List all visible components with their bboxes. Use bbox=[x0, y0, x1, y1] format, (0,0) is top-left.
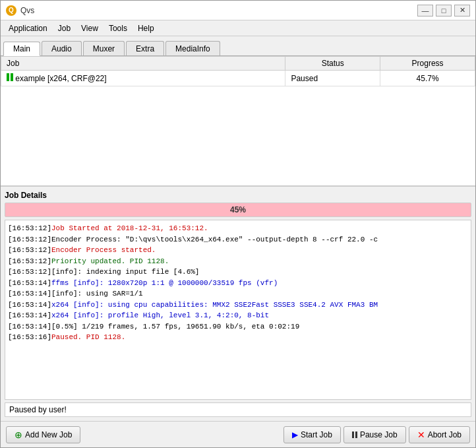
log-line: [16:53:12]Encoder Process started. bbox=[8, 245, 468, 256]
log-line: [16:53:12][info]: indexing input file [4… bbox=[8, 267, 468, 278]
add-new-job-label: Add New Job bbox=[25, 430, 72, 439]
log-line: [16:53:16]Paused. PID 1128. bbox=[8, 332, 468, 343]
add-new-job-button[interactable]: ⊕ Add New Job bbox=[6, 426, 80, 443]
tab-mediainfo[interactable]: MediaInfo bbox=[165, 41, 220, 55]
minimize-button[interactable]: — bbox=[417, 5, 433, 16]
abort-icon: ✕ bbox=[417, 430, 425, 440]
start-icon: ▶ bbox=[292, 430, 298, 439]
job-status: Paused bbox=[285, 71, 380, 86]
progress-bar-fill bbox=[5, 203, 215, 216]
log-line: [16:53:12]Job Started at 2018-12-31, 16:… bbox=[8, 223, 468, 234]
col-header-progress: Progress bbox=[380, 57, 475, 71]
log-timestamp: [16:53:12] bbox=[8, 257, 51, 265]
window-title: Qvs bbox=[20, 6, 417, 15]
pause-icon bbox=[7, 73, 13, 81]
log-timestamp: [16:53:16] bbox=[8, 333, 51, 341]
log-text: ffms [info]: 1280x720p 1:1 @ 1000000/335… bbox=[51, 279, 278, 287]
empty-area bbox=[1, 86, 475, 185]
tab-main[interactable]: Main bbox=[3, 42, 40, 56]
log-timestamp: [16:53:12] bbox=[8, 268, 51, 276]
log-timestamp: [16:53:12] bbox=[8, 236, 51, 243]
log-text: Encoder Process: "D:\qvs\tools\x264_x64.… bbox=[51, 236, 378, 243]
pause-job-label: Pause Job bbox=[360, 430, 398, 439]
log-line: [16:53:14][0.5%] 1/219 frames, 1.57 fps,… bbox=[8, 321, 468, 333]
log-text: x264 [info]: using cpu capabilities: MMX… bbox=[51, 301, 378, 309]
log-timestamp: [16:53:14] bbox=[8, 279, 51, 287]
main-window: Q Qvs — □ ✕ Application Job View Tools H… bbox=[0, 0, 476, 448]
job-progress: 45.7% bbox=[380, 71, 475, 86]
log-timestamp: [16:53:14] bbox=[8, 311, 51, 319]
col-header-status: Status bbox=[285, 57, 380, 71]
tab-extra[interactable]: Extra bbox=[126, 41, 164, 55]
log-text: [info]: using SAR=1/1 bbox=[51, 290, 143, 298]
tab-audio[interactable]: Audio bbox=[42, 41, 82, 55]
job-name: example [x264, CRF@22] bbox=[15, 74, 106, 83]
log-line: [16:53:12]Encoder Process: "D:\qvs\tools… bbox=[8, 234, 468, 245]
menu-job[interactable]: Job bbox=[53, 22, 76, 34]
title-bar: Q Qvs — □ ✕ bbox=[1, 1, 475, 20]
log-line: [16:53:12]Priority updated. PID 1128. bbox=[8, 256, 468, 267]
log-text: x264 [info]: profile High, level 3.1, 4:… bbox=[51, 311, 269, 319]
abort-job-label: Abort Job bbox=[428, 430, 461, 439]
table-row[interactable]: example [x264, CRF@22] Paused 45.7% bbox=[1, 71, 475, 86]
pause-btn-icon bbox=[352, 432, 357, 438]
progress-bar-text: 45% bbox=[230, 205, 246, 214]
app-icon: Q bbox=[6, 5, 16, 16]
tabs-bar: Main Audio Muxer Extra MediaInfo bbox=[1, 36, 475, 56]
progress-bar-container: 45% bbox=[5, 203, 471, 217]
status-bar: Paused by user! bbox=[5, 402, 471, 417]
pause-bar-1 bbox=[7, 73, 9, 81]
menu-help[interactable]: Help bbox=[133, 22, 160, 34]
log-text: Paused. PID 1128. bbox=[51, 333, 125, 341]
log-line: [16:53:14][info]: using SAR=1/1 bbox=[8, 288, 468, 300]
log-line: [16:53:14]ffms [info]: 1280x720p 1:1 @ 1… bbox=[8, 278, 468, 289]
job-table: Job Status Progress example [x264, CRF@2… bbox=[1, 56, 475, 186]
tab-muxer[interactable]: Muxer bbox=[83, 41, 125, 55]
pause-bar-2 bbox=[11, 73, 13, 81]
close-button[interactable]: ✕ bbox=[454, 5, 470, 16]
log-text: [info]: indexing input file [4.6%] bbox=[51, 268, 199, 276]
abort-job-button[interactable]: ✕ Abort Job bbox=[409, 426, 470, 443]
menu-bar: Application Job View Tools Help bbox=[1, 20, 475, 36]
log-timestamp: [16:53:14] bbox=[8, 290, 51, 298]
maximize-button[interactable]: □ bbox=[436, 5, 452, 16]
job-name-cell: example [x264, CRF@22] bbox=[1, 71, 285, 86]
start-job-label: Start Job bbox=[301, 430, 332, 439]
log-text: [0.5%] 1/219 frames, 1.57 fps, 19651.90 … bbox=[51, 323, 299, 331]
log-text: Job Started at 2018-12-31, 16:53:12. bbox=[51, 224, 208, 232]
log-timestamp: [16:53:12] bbox=[8, 246, 51, 254]
log-line: [16:53:14]x264 [info]: profile High, lev… bbox=[8, 310, 468, 321]
job-details-section: Job Details 45% [16:53:12]Job Started at… bbox=[1, 186, 475, 421]
job-control-buttons: ▶ Start Job Pause Job ✕ Abort Job bbox=[283, 426, 470, 443]
log-line: [16:53:14]x264 [info]: using cpu capabil… bbox=[8, 300, 468, 311]
log-area[interactable]: [16:53:12]Job Started at 2018-12-31, 16:… bbox=[5, 220, 471, 400]
menu-view[interactable]: View bbox=[76, 22, 104, 34]
log-text: Priority updated. PID 1128. bbox=[51, 257, 169, 265]
log-timestamp: [16:53:14] bbox=[8, 301, 51, 309]
log-timestamp: [16:53:14] bbox=[8, 323, 51, 331]
add-icon: ⊕ bbox=[15, 430, 22, 440]
log-text: Encoder Process started. bbox=[51, 246, 156, 254]
menu-tools[interactable]: Tools bbox=[104, 22, 133, 34]
title-controls: — □ ✕ bbox=[417, 5, 470, 16]
pause-job-button[interactable]: Pause Job bbox=[343, 426, 406, 443]
start-job-button[interactable]: ▶ Start Job bbox=[283, 426, 341, 443]
col-header-job: Job bbox=[1, 57, 285, 71]
menu-application[interactable]: Application bbox=[3, 22, 53, 34]
log-timestamp: [16:53:12] bbox=[8, 224, 51, 232]
job-details-label: Job Details bbox=[5, 191, 471, 200]
bottom-bar: ⊕ Add New Job ▶ Start Job Pause Job ✕ Ab… bbox=[1, 421, 475, 447]
main-content: Job Status Progress example [x264, CRF@2… bbox=[1, 56, 475, 421]
